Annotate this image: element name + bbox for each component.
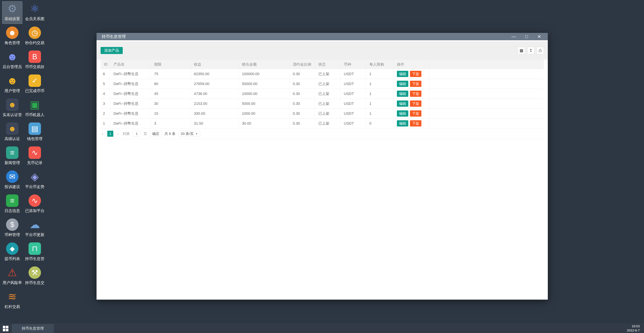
page-label: 页 <box>144 131 147 136</box>
layers-stack-icon[interactable]: ≋ 杠杆交易 <box>2 289 22 312</box>
cell-filler <box>430 79 544 89</box>
cell-term: 45 <box>151 89 190 99</box>
alarm-icon[interactable]: ⚠ 用户风险率 <box>2 265 22 288</box>
role-person-icon[interactable]: ☻ 角色管理 <box>2 25 22 48</box>
stopwatch-icon: ◷ <box>28 26 41 39</box>
news-doc-icon[interactable]: ≡ 新闻管理 <box>2 145 22 168</box>
desktop-icon-label: 新闻管理 <box>4 160 20 165</box>
deposit-record-icon: ∿ <box>28 146 41 159</box>
print-icon[interactable]: ⎙ <box>537 47 544 54</box>
page-number-input[interactable] <box>132 131 141 137</box>
withdraw-list-icon[interactable]: ◆ 提币列表 <box>2 241 22 264</box>
cell-penalty-ratio: 0.30 <box>290 109 315 119</box>
clock-date: 2022-6-7 <box>627 329 640 332</box>
maximize-icon[interactable]: □ <box>523 33 530 39</box>
robot-icon[interactable]: ▣ 币币机器人 <box>25 97 45 120</box>
cloud-refresh-icon: ☁ <box>28 218 41 231</box>
export-icon[interactable]: ↥ <box>527 47 534 54</box>
padlock-icon[interactable]: ⊓ 持币生息管 <box>25 241 45 264</box>
desktop-icon-label: 会员关系图 <box>25 16 44 21</box>
log-doc-icon: ≡ <box>6 194 18 207</box>
columns-icon[interactable]: ▦ <box>518 47 525 54</box>
layers-trend-icon[interactable]: ◈ 平台币走势 <box>25 169 45 192</box>
cell-product-name: DeFi--持幣生息 <box>110 89 151 99</box>
edit-button[interactable]: 编辑 <box>397 110 408 117</box>
table-header-cell: 产品名 <box>110 60 151 69</box>
edit-button[interactable]: 编辑 <box>397 91 408 97</box>
desktop-icon-grid: ⚙ 基础设置 ⚛ 会员关系图 ☻ 角色管理 ◷ 秒合约交易 ☻ 后台管理员 B … <box>1 1 46 313</box>
edit-button[interactable]: 编辑 <box>397 71 408 77</box>
cell-limit: 1 <box>366 79 394 89</box>
mail-icon[interactable]: ✉ 投诉建议 <box>2 169 22 192</box>
start-button[interactable] <box>0 324 11 333</box>
taskbar: 持币生息管理 19:03 2022-6-7 <box>0 324 644 333</box>
advanced-verify-icon: ☻ <box>6 122 18 135</box>
desktop-icon-label: 高级认证 <box>4 136 20 141</box>
offshelf-button[interactable]: 下架 <box>410 81 422 87</box>
add-product-button[interactable]: 添加产品 <box>100 47 123 54</box>
table-header-cell: 收益 <box>190 60 238 69</box>
cell-locked-amount: 10000.00 <box>238 89 290 99</box>
edit-button[interactable]: 编辑 <box>397 100 408 107</box>
network-icon: ⚛ <box>28 2 41 15</box>
network-icon[interactable]: ⚛ 会员关系图 <box>25 1 45 24</box>
stopwatch-icon[interactable]: ◷ 秒合约交易 <box>25 25 45 48</box>
platform-added-icon: ∿ <box>28 194 41 207</box>
cell-filler <box>430 69 544 79</box>
cell-status: 已上架 <box>315 119 340 128</box>
desktop-icon-label: 投诉建议 <box>4 184 20 189</box>
admin-person-icon[interactable]: ☻ 后台管理员 <box>2 49 22 72</box>
taskbar-task-item[interactable]: 持币生息管理 <box>12 324 54 333</box>
desktop-icon-label: 基础设置 <box>4 16 20 21</box>
completed-check-icon[interactable]: ✓ 已完成币币 <box>25 73 45 96</box>
log-doc-icon[interactable]: ≡ 日志信息 <box>2 193 22 216</box>
user-search-icon[interactable]: ☻ 用户管理 <box>2 73 22 96</box>
coin-dollar-icon: $ <box>6 218 18 231</box>
id-verify-icon[interactable]: ☻ 实名认证管 <box>2 97 22 120</box>
offshelf-button[interactable]: 下架 <box>410 100 422 107</box>
minimize-icon[interactable]: — <box>510 33 517 39</box>
prev-page-icon[interactable]: ‹ <box>100 131 104 137</box>
cell-product-name: DeFi--持幣生息 <box>110 99 151 109</box>
current-page-button[interactable]: 1 <box>107 131 113 137</box>
page-size-select[interactable]: 20 条/页 ∨ <box>178 131 200 137</box>
cell-term: 30 <box>151 99 190 109</box>
cell-id: 2 <box>100 109 110 119</box>
table-row: 6 DeFi--持幣生息 75 62350.00 100000.00 0.30 … <box>100 69 544 79</box>
hammer-icon[interactable]: ⚒ 持币生息交 <box>25 265 45 288</box>
wallet-icon: ▤ <box>28 122 41 135</box>
cell-coin: USDT <box>340 79 366 89</box>
offshelf-button[interactable]: 下架 <box>410 120 422 126</box>
cell-coin: USDT <box>340 69 366 79</box>
cell-id: 3 <box>100 99 110 109</box>
edit-button[interactable]: 编辑 <box>397 81 408 87</box>
wallet-icon[interactable]: ▤ 钱包管理 <box>25 121 45 144</box>
bitcoin-icon[interactable]: B 币币交易挂 <box>25 49 45 72</box>
offshelf-button[interactable]: 下架 <box>410 71 422 77</box>
offshelf-button[interactable]: 下架 <box>410 91 422 97</box>
next-page-icon[interactable]: › <box>116 131 120 137</box>
desktop-icon-label: 已完成币币 <box>25 88 44 93</box>
platform-added-icon[interactable]: ∿ 已添加平台 <box>25 193 45 216</box>
window-controls: — □ ✕ <box>510 33 543 39</box>
desktop-icon-label: 提币列表 <box>4 256 20 261</box>
cell-status: 已上架 <box>315 79 340 89</box>
taskbar-clock[interactable]: 19:03 2022-6-7 <box>627 324 644 333</box>
desktop-icon-label: 用户风险率 <box>3 280 22 285</box>
deposit-record-icon[interactable]: ∿ 充币记录 <box>25 145 45 168</box>
layers-trend-icon: ◈ <box>28 170 41 183</box>
cell-locked-amount: 100000.00 <box>238 69 290 79</box>
gear-icon[interactable]: ⚙ 基础设置 <box>2 1 22 24</box>
offshelf-button[interactable]: 下架 <box>410 110 422 117</box>
toolbar: 添加产品 ▦ ↥ ⎙ <box>96 41 548 60</box>
cell-penalty-ratio: 0.30 <box>290 79 315 89</box>
close-icon[interactable]: ✕ <box>536 33 543 39</box>
alarm-icon: ⚠ <box>6 266 18 279</box>
desktop-icon-label: 杠杆交易 <box>4 304 20 309</box>
confirm-button[interactable]: 确定 <box>150 131 162 137</box>
coin-dollar-icon[interactable]: $ 币种管理 <box>2 217 22 240</box>
edit-button[interactable]: 编辑 <box>397 120 408 126</box>
window-titlebar[interactable]: 持币生息管理 — □ ✕ <box>96 33 548 40</box>
advanced-verify-icon[interactable]: ☻ 高级认证 <box>2 121 22 144</box>
cloud-refresh-icon[interactable]: ☁ 平台币更新 <box>25 217 45 240</box>
